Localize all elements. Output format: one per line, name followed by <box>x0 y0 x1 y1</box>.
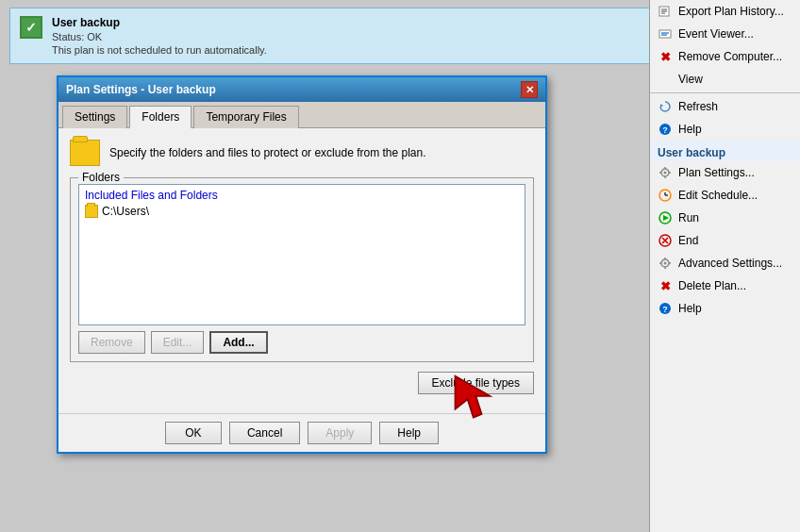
list-header: Included Files and Folders <box>81 187 523 204</box>
folders-group: Folders Included Files and Folders C:\Us… <box>70 177 534 362</box>
dialog-close-button[interactable]: ✕ <box>521 81 538 98</box>
plan-settings-icon <box>658 165 673 180</box>
dialog-footer: OK Cancel Apply Help <box>58 413 545 452</box>
sidebar-label-view: View <box>678 73 703 86</box>
sidebar-label-delete-plan: Delete Plan... <box>678 279 746 292</box>
event-viewer-icon <box>658 26 673 42</box>
sidebar-label-advanced-settings: Advanced Settings... <box>678 257 782 270</box>
sidebar-label-edit-schedule: Edit Schedule... <box>678 189 758 202</box>
status-warning: This plan is not scheduled to run automa… <box>52 44 267 56</box>
edit-button[interactable]: Edit... <box>151 331 205 354</box>
sidebar-item-advanced-settings[interactable]: Advanced Settings... <box>650 252 800 274</box>
svg-text:?: ? <box>662 125 668 135</box>
svg-point-12 <box>664 172 667 175</box>
plan-settings-dialog: Plan Settings - User backup ✕ Settings F… <box>57 75 547 454</box>
tab-bar: Settings Folders Temporary Files <box>58 102 545 128</box>
svg-text:?: ? <box>662 305 668 314</box>
help-button[interactable]: Help <box>379 422 439 444</box>
sidebar-label-help-bottom: Help <box>678 302 702 315</box>
folder-buttons-row: Remove Edit... Add... <box>78 331 525 354</box>
sidebar-label-refresh: Refresh <box>678 100 718 113</box>
sidebar-item-end[interactable]: End <box>650 229 800 252</box>
remove-button[interactable]: Remove <box>78 331 145 354</box>
tab-temporary-files[interactable]: Temporary Files <box>193 106 298 128</box>
export-plan-history-icon <box>658 4 673 19</box>
advanced-settings-icon <box>658 256 673 271</box>
status-text: User backup Status: OK This plan is not … <box>52 16 267 56</box>
exclude-row: Exclude file types <box>70 372 534 394</box>
svg-point-26 <box>664 262 667 265</box>
dialog-content: Specify the folders and files to protect… <box>58 128 545 413</box>
refresh-icon <box>658 99 673 114</box>
sidebar-label-help-top: Help <box>678 123 702 136</box>
dialog-titlebar: Plan Settings - User backup ✕ <box>58 77 545 102</box>
help-bottom-icon: ? <box>658 301 673 316</box>
sidebar-label-remove-computer: Remove Computer... <box>678 50 782 63</box>
list-item[interactable]: C:\Users\ <box>81 204 523 219</box>
sidebar-item-help-bottom[interactable]: ? Help <box>650 297 800 320</box>
svg-rect-5 <box>659 30 671 38</box>
tab-settings[interactable]: Settings <box>62 106 127 128</box>
list-item-folder-icon <box>85 205 98 218</box>
cancel-button[interactable]: Cancel <box>229 422 300 444</box>
remove-computer-icon: ✖ <box>658 49 673 64</box>
tab-folders[interactable]: Folders <box>129 106 192 128</box>
sidebar-item-plan-settings[interactable]: Plan Settings... <box>650 161 800 184</box>
add-button[interactable]: Add... <box>209 331 267 354</box>
sidebar-label-run: Run <box>678 211 699 224</box>
status-check-icon: ✓ <box>20 16 42 39</box>
folders-list[interactable]: Included Files and Folders C:\Users\ <box>78 184 525 325</box>
status-label: Status: <box>52 31 84 42</box>
folder-icon <box>70 140 100 166</box>
info-row: Specify the folders and files to protect… <box>70 140 534 166</box>
apply-button[interactable]: Apply <box>308 422 372 444</box>
folders-group-label: Folders <box>78 171 124 184</box>
sidebar-label-export: Export Plan History... <box>678 5 784 18</box>
status-title: User backup <box>52 16 267 29</box>
exclude-file-types-button[interactable]: Exclude file types <box>418 372 534 394</box>
sidebar-item-export-plan-history[interactable]: Export Plan History... <box>650 0 800 23</box>
sidebar-label-end: End <box>678 234 698 247</box>
help-top-icon: ? <box>658 122 673 137</box>
edit-schedule-icon <box>658 188 673 203</box>
end-icon <box>658 233 673 248</box>
sidebar-item-edit-schedule[interactable]: Edit Schedule... <box>650 184 800 207</box>
ok-button[interactable]: OK <box>165 422 222 444</box>
sidebar-item-refresh[interactable]: Refresh <box>650 95 800 118</box>
sidebar: Export Plan History... Event Viewer... ✖… <box>649 0 800 532</box>
list-item-path: C:\Users\ <box>102 205 149 218</box>
description-text: Specify the folders and files to protect… <box>109 146 426 159</box>
svg-marker-8 <box>660 104 663 108</box>
sidebar-item-delete-plan[interactable]: ✖ Delete Plan... <box>650 274 800 297</box>
status-value: OK <box>87 31 102 42</box>
dialog-title: Plan Settings - User backup <box>66 83 216 96</box>
run-icon <box>658 210 673 225</box>
sidebar-item-event-viewer[interactable]: Event Viewer... <box>650 23 800 45</box>
view-icon <box>658 72 673 87</box>
sidebar-item-help-top[interactable]: ? Help <box>650 118 800 141</box>
separator-1 <box>650 92 800 93</box>
sidebar-item-run[interactable]: Run <box>650 207 800 229</box>
svg-marker-21 <box>663 215 669 221</box>
status-bar: ✓ User backup Status: OK This plan is no… <box>9 8 651 64</box>
sidebar-section-label: User backup <box>650 141 800 161</box>
sidebar-item-remove-computer[interactable]: ✖ Remove Computer... <box>650 45 800 68</box>
sidebar-label-event-viewer: Event Viewer... <box>678 27 754 41</box>
sidebar-label-plan-settings: Plan Settings... <box>678 166 755 179</box>
sidebar-item-view[interactable]: View <box>650 68 800 91</box>
delete-plan-icon: ✖ <box>658 278 673 293</box>
status-line: Status: OK <box>52 31 267 42</box>
